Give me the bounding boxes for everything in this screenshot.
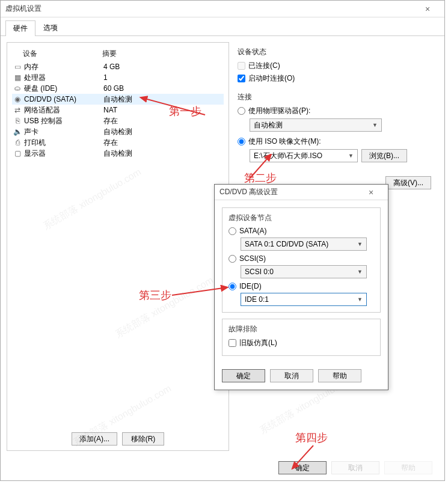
device-summary: 存在 bbox=[103, 138, 222, 148]
device-row[interactable]: ▢显示器自动检测 bbox=[12, 148, 224, 159]
modal-body: 虚拟设备节点 SATA(A) SATA 0:1 CD/DVD (SATA) ▼ … bbox=[215, 200, 388, 369]
sata-radio[interactable]: SATA(A) bbox=[229, 227, 374, 235]
use-iso-radio[interactable]: 使用 ISO 映像文件(M): bbox=[238, 136, 434, 147]
modal-ok-button[interactable]: 确定 bbox=[222, 369, 265, 382]
connect-on-power-checkbox[interactable]: 启动时连接(O) bbox=[238, 73, 434, 84]
physical-drive-combo[interactable]: 自动检测 ▼ bbox=[250, 118, 382, 132]
legacy-input[interactable] bbox=[229, 339, 236, 347]
device-name: CD/DVD (SATA) bbox=[24, 95, 76, 103]
virtual-node-fieldset: 虚拟设备节点 SATA(A) SATA 0:1 CD/DVD (SATA) ▼ … bbox=[222, 207, 381, 313]
device-summary: NAT bbox=[103, 106, 222, 114]
memory-icon: ▭ bbox=[13, 63, 22, 71]
scsi-combo-wrap: SCSI 0:0 ▼ bbox=[241, 265, 374, 278]
browse-button[interactable]: 浏览(B)... bbox=[361, 149, 407, 162]
chevron-down-icon: ▼ bbox=[357, 296, 363, 302]
device-list-header: 设备 摘要 bbox=[12, 47, 224, 61]
modal-help-button[interactable]: 帮助 bbox=[318, 369, 361, 382]
help-button[interactable]: 帮助 bbox=[384, 461, 432, 474]
disk-icon: ⛀ bbox=[13, 84, 22, 93]
scsi-combo[interactable]: SCSI 0:0 ▼ bbox=[241, 265, 367, 278]
ide-value: IDE 0:1 bbox=[245, 295, 269, 304]
physical-drive-value: 自动检测 bbox=[254, 120, 283, 130]
scsi-radio[interactable]: SCSI(S) bbox=[229, 254, 374, 263]
cpu-icon: ▦ bbox=[13, 73, 22, 82]
printer-icon: ⎙ bbox=[13, 138, 22, 147]
ide-combo[interactable]: IDE 0:1 ▼ bbox=[241, 293, 367, 306]
cancel-button[interactable]: 取消 bbox=[331, 461, 379, 474]
advanced-wrap: 高级(V)... bbox=[385, 176, 431, 189]
scsi-input[interactable] bbox=[229, 255, 236, 263]
device-name: USB 控制器 bbox=[24, 116, 63, 126]
use-physical-label: 使用物理驱动器(P): bbox=[248, 106, 310, 116]
device-row[interactable]: ▭内存4 GB bbox=[12, 61, 224, 72]
connection-title: 连接 bbox=[238, 92, 434, 102]
device-row[interactable]: ⇄网络适配器NAT bbox=[12, 105, 224, 115]
tab-options[interactable]: 选项 bbox=[35, 20, 66, 35]
device-name: 声卡 bbox=[24, 127, 38, 137]
chevron-down-icon: ▼ bbox=[372, 122, 378, 128]
device-row[interactable]: ⛀硬盘 (IDE)60 GB bbox=[12, 83, 224, 94]
use-physical-input[interactable] bbox=[238, 107, 245, 115]
chevron-down-icon: ▼ bbox=[348, 153, 354, 159]
modal-titlebar: CD/DVD 高级设置 × bbox=[215, 185, 388, 200]
vm-settings-window: 虚拟机设置 × 硬件 选项 设备 摘要 ▭内存4 GB▦处理器1⛀硬盘 (IDE… bbox=[0, 0, 445, 481]
connected-checkbox[interactable]: 已连接(C) bbox=[238, 61, 434, 71]
add-button[interactable]: 添加(A)... bbox=[72, 432, 117, 446]
device-row[interactable]: 🔈声卡自动检测 bbox=[12, 126, 224, 137]
device-summary: 存在 bbox=[103, 116, 222, 126]
connect-on-power-input[interactable] bbox=[238, 75, 245, 82]
device-name: 内存 bbox=[24, 62, 38, 72]
ide-label: IDE(D) bbox=[239, 282, 262, 290]
advanced-button[interactable]: 高级(V)... bbox=[385, 176, 431, 189]
device-summary: 4 GB bbox=[103, 63, 222, 71]
sata-label: SATA(A) bbox=[239, 227, 267, 235]
close-icon[interactable]: × bbox=[359, 188, 383, 197]
legacy-checkbox[interactable]: 旧版仿真(L) bbox=[229, 338, 374, 348]
device-name: 显示器 bbox=[24, 149, 46, 159]
device-row[interactable]: ▦处理器1 bbox=[12, 72, 224, 83]
modal-cancel-button[interactable]: 取消 bbox=[270, 369, 313, 382]
ok-button[interactable]: 确定 bbox=[278, 461, 327, 474]
ide-input[interactable] bbox=[229, 283, 236, 290]
device-status-group: 设备状态 已连接(C) 启动时连接(O) bbox=[238, 47, 434, 84]
sata-input[interactable] bbox=[229, 227, 236, 235]
connected-label: 已连接(C) bbox=[248, 61, 280, 71]
connected-input bbox=[238, 62, 245, 70]
device-summary: 自动检测 bbox=[103, 127, 222, 137]
device-list-footer: 添加(A)... 移除(R) bbox=[72, 432, 164, 446]
ide-combo-wrap: IDE 0:1 ▼ bbox=[241, 293, 374, 306]
remove-button[interactable]: 移除(R) bbox=[122, 432, 164, 446]
device-summary: 1 bbox=[103, 73, 222, 82]
dialog-footer: 确定 取消 帮助 bbox=[278, 461, 432, 474]
scsi-value: SCSI 0:0 bbox=[245, 268, 274, 276]
tab-hardware[interactable]: 硬件 bbox=[5, 20, 35, 36]
window-title: 虚拟机设置 bbox=[5, 4, 416, 14]
physical-combo-wrap: 自动检测 ▼ bbox=[250, 118, 434, 132]
net-icon: ⇄ bbox=[13, 106, 22, 114]
ide-radio[interactable]: IDE(D) bbox=[229, 282, 374, 290]
device-row[interactable]: ⎘USB 控制器存在 bbox=[12, 115, 224, 126]
sata-combo-wrap: SATA 0:1 CD/DVD (SATA) ▼ bbox=[241, 237, 374, 251]
connect-on-power-label: 启动时连接(O) bbox=[248, 73, 295, 84]
display-icon: ▢ bbox=[13, 149, 22, 158]
device-row[interactable]: ⎙打印机存在 bbox=[12, 137, 224, 148]
use-iso-input[interactable] bbox=[238, 138, 245, 146]
use-physical-radio[interactable]: 使用物理驱动器(P): bbox=[238, 106, 434, 116]
iso-path-combo[interactable]: E:\石大师\石大师.ISO ▼ bbox=[250, 149, 358, 162]
use-iso-label: 使用 ISO 映像文件(M): bbox=[248, 136, 321, 147]
connection-group: 连接 使用物理驱动器(P): 自动检测 ▼ 使用 ISO 映像文件(M): bbox=[238, 92, 434, 162]
col-summary: 摘要 bbox=[102, 49, 224, 59]
iso-path-value: E:\石大师\石大师.ISO bbox=[254, 151, 322, 161]
sata-value: SATA 0:1 CD/DVD (SATA) bbox=[245, 240, 328, 248]
device-summary: 60 GB bbox=[103, 84, 222, 93]
close-icon[interactable]: × bbox=[416, 4, 440, 14]
troubleshoot-title: 故障排除 bbox=[229, 324, 374, 334]
iso-row: E:\石大师\石大师.ISO ▼ 浏览(B)... bbox=[250, 149, 434, 162]
device-name: 打印机 bbox=[24, 138, 46, 148]
sata-combo[interactable]: SATA 0:1 CD/DVD (SATA) ▼ bbox=[241, 237, 367, 251]
device-row[interactable]: ◉CD/DVD (SATA)自动检测 bbox=[12, 94, 224, 105]
modal-title: CD/DVD 高级设置 bbox=[219, 187, 359, 197]
device-name: 硬盘 (IDE) bbox=[24, 84, 57, 94]
chevron-down-icon: ▼ bbox=[357, 269, 363, 275]
status-title: 设备状态 bbox=[238, 47, 434, 57]
